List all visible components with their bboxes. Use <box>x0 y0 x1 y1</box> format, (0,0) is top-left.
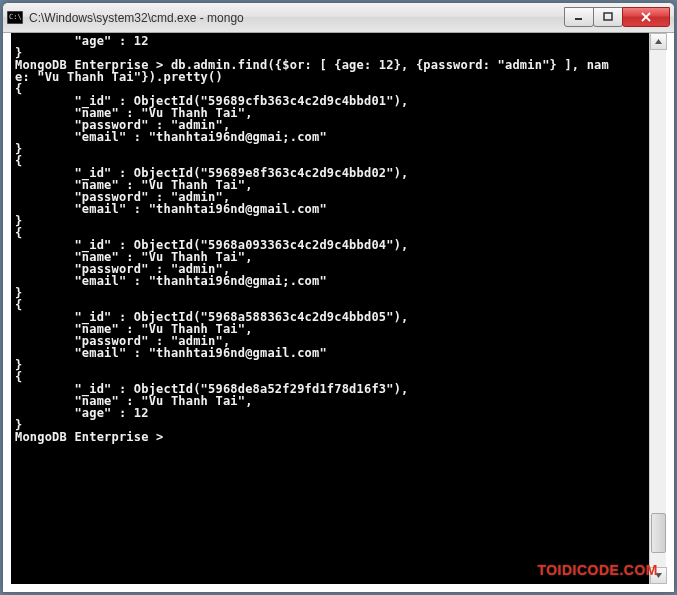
scroll-up-button[interactable] <box>650 33 667 50</box>
cmd-icon: C:\ <box>7 11 23 25</box>
svg-text:C:\: C:\ <box>9 13 22 21</box>
window-controls <box>565 9 670 27</box>
vertical-scrollbar[interactable] <box>649 33 666 584</box>
svg-marker-6 <box>655 39 662 44</box>
scrollbar-thumb[interactable] <box>651 513 666 553</box>
watermark: TOIDICODE.COM <box>537 562 658 578</box>
console-output[interactable]: "age" : 12 } MongoDB Enterprise > db.adm… <box>11 33 666 584</box>
minimize-button[interactable] <box>564 7 594 27</box>
svg-rect-3 <box>604 13 612 20</box>
cmd-window: C:\ C:\Windows\system32\cmd.exe - mongo … <box>2 2 675 593</box>
window-title: C:\Windows\system32\cmd.exe - mongo <box>29 11 565 25</box>
close-button[interactable] <box>622 7 670 27</box>
maximize-button[interactable] <box>593 7 623 27</box>
titlebar[interactable]: C:\ C:\Windows\system32\cmd.exe - mongo <box>3 3 674 33</box>
